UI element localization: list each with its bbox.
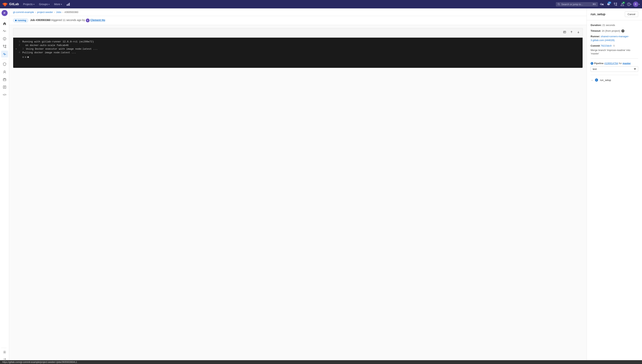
cancel-button[interactable]: Cancel [625,12,638,17]
project-avatar[interactable]: P [2,10,8,16]
brand-logo-area[interactable]: GitLab [2,2,19,7]
search-bar[interactable]: ⌘K [556,2,598,6]
user-link[interactable]: Clement Ho [90,18,105,22]
sidebar-item-wiki[interactable] [1,84,8,90]
svg-rect-19 [3,79,6,81]
loading-indicator [13,54,582,60]
pipeline-label-row: ↻ Pipeline #106914784 for master [590,62,638,65]
search-shortcut: ⌘K [592,3,596,6]
groups-chevron-icon: ▾ [49,3,50,5]
job-list-item: → ↻ run_setup [590,77,638,83]
pipeline-id-link[interactable]: #106914784 [604,62,618,65]
job-name-label: run_setup [600,79,611,82]
sidebar-item-issues[interactable] [1,35,8,42]
right-panel: run_setup Cancel Duration: 21 seconds Ti… [586,8,642,364]
line-number: 4 [16,51,20,54]
collapse-icon[interactable]: ▾ [16,48,17,50]
svg-text:?: ? [628,3,629,6]
sidebar-item-home[interactable] [1,20,8,27]
breadcrumb-job-id: #393593360 [64,11,78,14]
issues-button[interactable]: 6 [619,1,625,7]
right-panel-body: Duration: 21 seconds Timeout: 1h (from p… [587,20,642,86]
log-output: 1 Running with gitlab-runner 12.6.0-rc1 … [13,38,583,68]
job-list-section: → ↻ run_setup [590,75,638,83]
projects-chevron-icon: ▾ [34,3,35,5]
breadcrumb-subproject[interactable]: project-seeder [37,11,53,14]
sidebar-item-snippets[interactable] [1,91,8,98]
pipeline-section: ↻ Pipeline #106914784 for master test [590,58,638,72]
breadcrumb-sep-3: › [63,11,63,14]
breadcrumb-project[interactable]: gl-commit-example [13,11,34,14]
job-status-running-icon: ↻ [595,78,598,82]
top-navigation: GitLab Projects ▾ Groups ▾ More ▾ ⌘K 12 … [0,0,642,8]
status-label: running [18,19,26,22]
scroll-top-button[interactable] [569,30,574,35]
notifications-badge: 12 [608,2,611,4]
svg-rect-26 [563,31,566,33]
commit-row: Commit 79223dc9 ⎘ Merge branch 'improve-… [590,44,638,56]
sidebar-item-pipelines[interactable] [1,50,8,58]
svg-point-3 [558,3,559,5]
sidebar-item-packages[interactable] [1,76,8,83]
timeout-help-icon[interactable]: ? [621,30,624,32]
notifications-button[interactable]: 12 [605,1,612,7]
copy-commit-icon[interactable]: ⎘ [613,44,615,47]
search-input[interactable] [561,3,591,6]
line-content: Using Docker executor with image node:la… [26,48,580,50]
right-panel-title: run_setup [590,12,605,16]
svg-line-4 [559,4,560,5]
main-content: gl-commit-example › project-seeder › Job… [9,8,586,364]
svg-rect-2 [69,3,70,6]
nav-more[interactable]: More ▾ [52,2,64,7]
svg-point-17 [5,45,6,46]
scroll-bottom-button[interactable] [576,30,581,35]
help-chevron-icon: ▾ [630,3,631,5]
raw-log-button[interactable] [562,30,567,35]
branch-link[interactable]: master [622,62,631,65]
more-chevron-icon: ▾ [61,3,62,5]
svg-point-7 [614,3,615,4]
breadcrumb: gl-commit-example › project-seeder › Job… [9,8,586,16]
brand-name: GitLab [9,2,19,6]
nav-projects[interactable]: Projects ▾ [21,2,37,7]
user-mini-avatar: C [86,18,90,22]
status-running-dot [15,20,17,21]
loading-dot-1 [22,56,24,58]
log-container[interactable]: 1 Running with gitlab-runner 12.6.0-rc1 … [9,25,586,364]
help-button[interactable]: ? ▾ [626,1,632,7]
nav-analytics-icon[interactable] [65,1,72,7]
new-item-button[interactable] [599,1,605,7]
job-triggered-text: triggered 11 seconds ago by [51,18,86,22]
line-number: 1 [16,40,20,43]
pipeline-heading: Pipeline [594,62,603,65]
breadcrumb-jobs[interactable]: Jobs [56,11,61,14]
breadcrumb-sep-1: › [35,11,36,14]
merge-requests-button[interactable] [612,1,618,7]
job-current-arrow-icon: → [590,79,593,82]
svg-point-9 [616,3,617,4]
commit-hash-link[interactable]: 79223dc9 [600,44,611,47]
svg-point-14 [5,39,5,40]
sidebar-item-merge-requests[interactable] [1,43,8,50]
svg-rect-1 [68,4,69,6]
nav-groups[interactable]: Groups ▾ [37,2,52,7]
sidebar-divider-2 [2,59,7,59]
sidebar-divider-3 [1,348,7,348]
right-panel-header: run_setup Cancel [587,8,642,20]
sidebar-item-security[interactable] [1,61,8,68]
runner-row: Runner: shared-runners-manager-3.gitlab.… [590,34,638,42]
svg-rect-0 [67,4,68,6]
timeout-row: Timeout: 1h (from project) ? [590,29,638,33]
sidebar-item-monitor[interactable] [1,68,8,75]
stage-select[interactable]: test [590,66,638,72]
log-toolbar [13,28,583,36]
svg-point-18 [4,71,5,72]
status-badge: running [13,18,28,22]
sidebar-item-settings[interactable] [1,349,8,356]
line-content: Running with gitlab-runner 12.6.0-rc1 (e… [22,40,580,43]
job-title: Job #393593360 triggered 11 seconds ago … [30,18,105,22]
job-id-label: Job #393593360 [30,18,52,22]
user-chevron-icon: ▾ [639,3,640,5]
sidebar-item-activity[interactable] [1,28,8,34]
user-avatar[interactable]: C [633,2,638,7]
